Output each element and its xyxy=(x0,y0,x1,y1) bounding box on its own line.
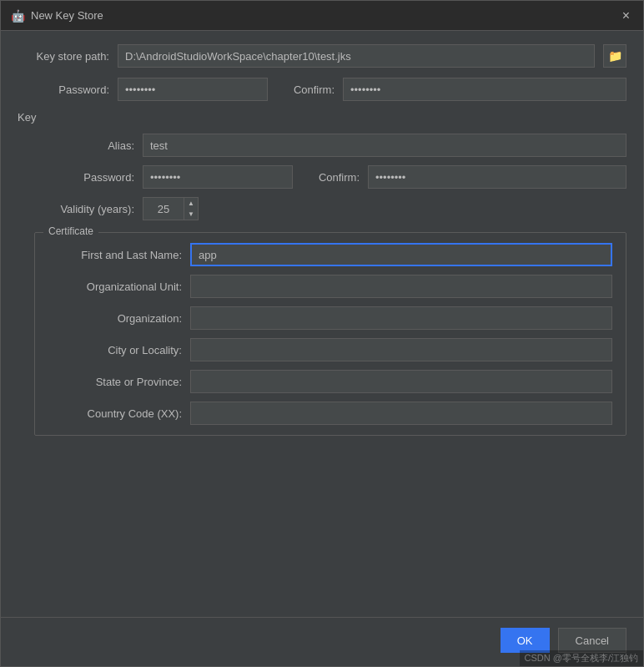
app-icon: 🤖 xyxy=(11,9,24,23)
title-bar: 🤖 New Key Store × xyxy=(1,1,643,31)
first-last-name-input[interactable] xyxy=(190,243,612,266)
first-last-name-label: First and Last Name: xyxy=(48,249,182,261)
keystore-confirm-input[interactable] xyxy=(343,78,626,101)
dialog-title: New Key Store xyxy=(31,9,619,22)
keystore-path-label: Key store path: xyxy=(18,50,109,63)
org-label: Organization: xyxy=(48,312,182,325)
first-last-name-row: First and Last Name: xyxy=(48,243,612,266)
key-section-header: Key xyxy=(18,111,626,124)
keystore-password-label: Password: xyxy=(18,83,109,96)
validity-arrows: ▲ ▼ xyxy=(184,197,199,220)
key-password-row: Password: Confirm: xyxy=(34,165,626,189)
certificate-legend: Certificate xyxy=(43,225,98,237)
keystore-password-row: Password: Confirm: xyxy=(18,78,626,101)
alias-row: Alias: xyxy=(34,134,626,157)
csdn-watermark: CSDN @零号全栈李/江独钓 xyxy=(520,650,643,666)
certificate-section: Certificate First and Last Name: Organiz… xyxy=(34,232,626,436)
state-row: State or Province: xyxy=(48,370,612,393)
country-code-row: Country Code (XX): xyxy=(48,402,612,425)
keystore-path-row: Key store path: 📁 xyxy=(18,44,626,68)
org-input[interactable] xyxy=(190,306,612,330)
dialog-body: Key store path: 📁 Password: Confirm: Key… xyxy=(1,31,643,617)
validity-spinner: ▲ ▼ xyxy=(143,197,199,220)
dialog-footer: OK Cancel CSDN @零号全栈李/江独钓 xyxy=(1,617,643,666)
key-section-label: Key xyxy=(18,111,36,124)
state-input[interactable] xyxy=(190,370,612,393)
org-unit-input[interactable] xyxy=(190,275,612,298)
org-row: Organization: xyxy=(48,306,612,330)
new-key-store-dialog: 🤖 New Key Store × Key store path: 📁 Pass… xyxy=(0,0,644,667)
state-label: State or Province: xyxy=(48,376,182,388)
key-confirm-input[interactable] xyxy=(368,165,626,189)
key-password-label: Password: xyxy=(34,171,134,184)
cancel-button[interactable]: Cancel xyxy=(558,628,626,653)
validity-row: Validity (years): ▲ ▼ xyxy=(34,197,626,220)
close-button[interactable]: × xyxy=(619,8,633,24)
validity-input[interactable] xyxy=(143,197,184,220)
org-unit-label: Organizational Unit: xyxy=(48,280,182,293)
country-code-input[interactable] xyxy=(190,402,612,425)
alias-input[interactable] xyxy=(143,134,626,157)
keystore-confirm-label: Confirm: xyxy=(276,83,335,96)
key-password-input[interactable] xyxy=(143,165,293,189)
validity-label: Validity (years): xyxy=(34,203,134,215)
country-code-label: Country Code (XX): xyxy=(48,407,182,420)
validity-up-arrow[interactable]: ▲ xyxy=(184,198,198,209)
org-unit-row: Organizational Unit: xyxy=(48,275,612,298)
keystore-password-input[interactable] xyxy=(118,78,268,101)
key-section: Alias: Password: Confirm: Validity (year… xyxy=(34,134,626,436)
city-label: City or Locality: xyxy=(48,344,182,356)
ok-button[interactable]: OK xyxy=(501,628,550,653)
folder-icon: 📁 xyxy=(608,49,622,63)
key-confirm-label: Confirm: xyxy=(301,171,360,184)
browse-folder-button[interactable]: 📁 xyxy=(603,44,626,68)
validity-down-arrow[interactable]: ▼ xyxy=(184,209,198,220)
keystore-path-input[interactable] xyxy=(118,44,595,68)
city-input[interactable] xyxy=(190,338,612,361)
city-row: City or Locality: xyxy=(48,338,612,361)
alias-label: Alias: xyxy=(34,139,134,152)
